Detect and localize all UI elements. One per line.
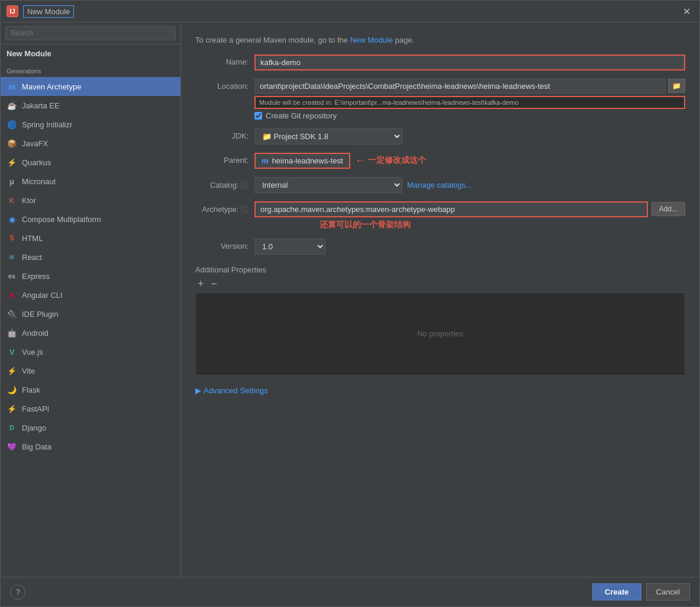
sidebar-item-react[interactable]: ⚛ React — [1, 248, 180, 266]
search-input[interactable] — [5, 26, 176, 40]
version-label: Version: — [195, 239, 249, 250]
compose-icon: ◉ — [7, 214, 17, 224]
ide-plugin-icon: 🔌 — [7, 309, 17, 319]
catalog-label: Catalog: ⓘ — [195, 177, 249, 191]
archetype-annotation: 还算可以的一个骨架结构 — [320, 220, 685, 230]
location-input-row: 📁 — [254, 79, 685, 94]
sidebar-item-ide-plugin[interactable]: 🔌 IDE Plugin — [1, 304, 180, 323]
sidebar-item-bigdata[interactable]: 💜 Big Data — [1, 437, 180, 456]
angular-icon: A — [7, 290, 17, 300]
sidebar-item-new-module[interactable]: New Module — [1, 44, 180, 63]
info-link[interactable]: New Module — [350, 36, 393, 44]
archetype-input[interactable] — [254, 201, 648, 217]
new-module-dialog: IJ New Module ✕ New Module Generators m … — [0, 0, 700, 607]
location-row: Location: 📁 Module will be created in: E… — [195, 79, 685, 120]
action-buttons: Create Cancel — [592, 583, 690, 600]
jdk-field: 📁 Project SDK 1.8 — [254, 129, 685, 144]
sidebar-item-android[interactable]: 🤖 Android — [1, 323, 180, 342]
name-field — [254, 54, 685, 70]
sidebar-item-fastapi[interactable]: ⚡ FastAPI — [1, 399, 180, 418]
react-icon: ⚛ — [7, 252, 17, 262]
sidebar-item-javafx[interactable]: 📦 JavaFX — [1, 134, 180, 153]
name-label: Name: — [195, 54, 249, 66]
advanced-settings-toggle[interactable]: ▶ Advanced Settings — [195, 384, 685, 397]
path-hint: Module will be created in: E:\important\… — [254, 96, 685, 109]
sidebar-item-express[interactable]: ex Express — [1, 266, 180, 285]
version-select[interactable]: 1.0 — [254, 239, 325, 255]
quarkus-icon: ⚡ — [7, 157, 17, 168]
cancel-button[interactable]: Cancel — [646, 583, 690, 600]
git-checkbox[interactable] — [254, 112, 262, 120]
jakarta-label: Jakarta EE — [22, 101, 60, 110]
quarkus-label: Quarkus — [22, 158, 51, 167]
parent-box: m heima-leadnews-test ← 一定修改成这个 — [254, 153, 685, 169]
angular-label: Angular CLI — [22, 291, 63, 300]
sidebar-item-html[interactable]: 5 HTML — [1, 229, 180, 248]
archetype-input-row: Add... — [254, 201, 685, 217]
parent-m-icon: m — [262, 156, 269, 165]
catalog-select[interactable]: Internal — [254, 177, 402, 193]
bottom-bar: ? Create Cancel — [1, 577, 699, 606]
version-row: Version: 1.0 — [195, 239, 685, 255]
archetype-label: Archetype: ⓘ — [195, 201, 249, 215]
ide-plugin-label: IDE Plugin — [22, 310, 58, 319]
version-field: 1.0 — [254, 239, 685, 255]
sidebar-item-maven-archetype[interactable]: m Maven Archetype — [1, 77, 180, 96]
add-archetype-button[interactable]: Add... — [651, 202, 685, 216]
javafx-label: JavaFX — [22, 139, 48, 148]
spring-icon: 🌀 — [7, 119, 17, 130]
git-checkbox-row: Create Git repository — [254, 111, 685, 120]
ktor-icon: K — [7, 195, 17, 205]
title-bar: IJ New Module ✕ — [1, 1, 699, 23]
express-label: Express — [22, 272, 50, 281]
vue-label: Vue.js — [22, 348, 43, 357]
spring-label: Spring Initializr — [22, 120, 72, 129]
sidebar-item-jakarta-ee[interactable]: ☕ Jakarta EE — [1, 96, 180, 115]
version-input-row: 1.0 — [254, 239, 685, 255]
archetype-label-text: Archetype: — [202, 205, 238, 214]
javafx-icon: 📦 — [7, 138, 17, 149]
no-properties-area: No properties — [195, 293, 685, 375]
sidebar-item-spring[interactable]: 🌀 Spring Initializr — [1, 115, 180, 134]
catalog-help-icon: ⓘ — [241, 181, 249, 190]
manage-catalogs-link[interactable]: Manage catalogs... — [407, 181, 472, 190]
micronaut-label: Micronaut — [22, 177, 56, 186]
html-label: HTML — [22, 234, 43, 243]
html-icon: 5 — [7, 233, 17, 243]
add-property-button[interactable]: + — [195, 278, 207, 290]
sidebar-item-vuejs[interactable]: V Vue.js — [1, 342, 180, 361]
jdk-select-row: 📁 Project SDK 1.8 — [254, 129, 685, 144]
create-button[interactable]: Create — [592, 583, 641, 600]
sidebar-item-angular[interactable]: A Angular CLI — [1, 285, 180, 304]
props-toolbar: + − — [195, 278, 685, 290]
sidebar-item-micronaut[interactable]: μ Micronaut — [1, 172, 180, 191]
parent-value: m heima-leadnews-test — [254, 153, 350, 169]
additional-props-label: Additional Properties — [195, 265, 685, 274]
sidebar-item-compose[interactable]: ◉ Compose Multiplatform — [1, 210, 180, 229]
dialog-content: New Module Generators m Maven Archetype … — [1, 23, 699, 577]
catalog-select-row: Internal Manage catalogs... — [254, 177, 685, 193]
sidebar-item-vite[interactable]: ⚡ Vite — [1, 361, 180, 380]
help-button[interactable]: ? — [10, 584, 25, 600]
generators-header: Generators — [1, 63, 180, 77]
catalog-field: Internal Manage catalogs... — [254, 177, 685, 193]
name-input[interactable] — [254, 54, 685, 70]
sidebar-item-django[interactable]: D Django — [1, 418, 180, 437]
sidebar-item-flask[interactable]: 🌙 Flask — [1, 380, 180, 399]
fastapi-icon: ⚡ — [7, 403, 17, 414]
close-button[interactable]: ✕ — [679, 4, 693, 18]
browse-button[interactable]: 📁 — [668, 79, 685, 93]
remove-property-button[interactable]: − — [209, 278, 220, 290]
location-input[interactable] — [254, 79, 666, 94]
vite-label: Vite — [22, 367, 35, 375]
jdk-select[interactable]: 📁 Project SDK 1.8 — [254, 129, 402, 144]
parent-text: heima-leadnews-test — [272, 156, 343, 165]
arrow-icon: ← — [355, 155, 366, 167]
jdk-row: JDK: 📁 Project SDK 1.8 — [195, 129, 685, 144]
sidebar: New Module Generators m Maven Archetype … — [1, 23, 181, 577]
android-label: Android — [22, 329, 49, 338]
sidebar-item-quarkus[interactable]: ⚡ Quarkus — [1, 153, 180, 172]
parent-row: Parent: m heima-leadnews-test ← 一定修改成这个 — [195, 153, 685, 169]
bigdata-icon: 💜 — [7, 441, 17, 452]
sidebar-item-ktor[interactable]: K Ktor — [1, 191, 180, 210]
